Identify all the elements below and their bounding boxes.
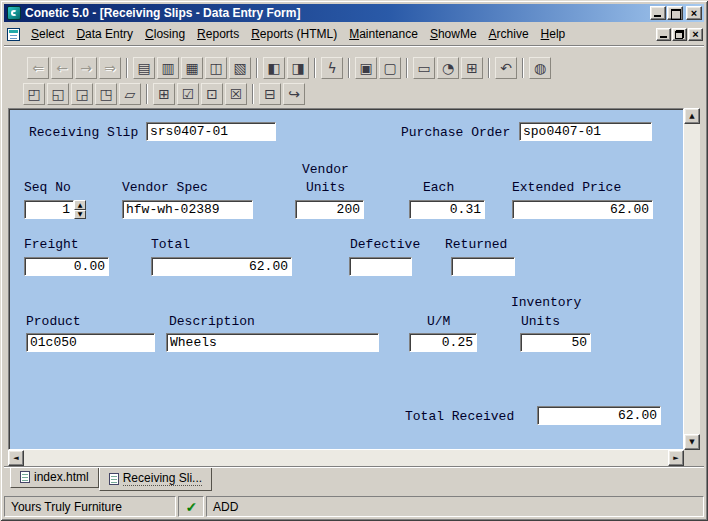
- um-field[interactable]: [409, 333, 477, 352]
- seq-no-field[interactable]: [24, 200, 74, 219]
- product-field[interactable]: [26, 333, 155, 352]
- undo-icon: ↶: [500, 61, 512, 75]
- inventory-units-field[interactable]: [520, 333, 591, 352]
- validate-record-button[interactable]: ☑: [177, 83, 199, 105]
- scroll-right-icon: ►: [673, 455, 678, 462]
- exit-form-button[interactable]: ↪: [283, 83, 305, 105]
- seq-no-up-button[interactable]: ▲: [74, 200, 86, 210]
- clear-record-button[interactable]: ▤: [133, 57, 155, 79]
- tab-receiving-slips[interactable]: Receiving Sli...: [99, 468, 212, 491]
- toolbar-row-1: ⇐←→⇒▤▥▦◫▧◧◨ϟ▣▢▭◔⊞↶◍: [26, 56, 552, 80]
- field-list-button[interactable]: ◍: [529, 57, 551, 79]
- exit-form-icon: ↪: [288, 87, 300, 101]
- validate-record-icon: ☑: [182, 87, 195, 101]
- document-icon[interactable]: [7, 28, 20, 41]
- app-icon: [7, 6, 21, 20]
- purchase-order-field[interactable]: [519, 122, 652, 141]
- copy-record-button[interactable]: ▦: [181, 57, 203, 79]
- each-field[interactable]: [409, 200, 485, 219]
- calculator-button[interactable]: ⊟: [259, 83, 281, 105]
- go-last-button: ⇒: [99, 57, 121, 79]
- scrollbar-corner: [684, 450, 700, 466]
- freight-field[interactable]: [24, 257, 109, 276]
- mdi-minimize-button[interactable]: [656, 28, 671, 41]
- vendor-units-label-line1: Vendor: [302, 162, 349, 177]
- status-check-panel: ✓: [178, 496, 204, 517]
- scroll-right-button[interactable]: ►: [668, 450, 684, 466]
- menu-data-entry[interactable]: Data Entry: [70, 25, 139, 44]
- delete-record-button[interactable]: ▧: [229, 57, 251, 79]
- extended-price-label: Extended Price: [512, 180, 621, 195]
- window-list-icon: ▭: [417, 61, 430, 75]
- mdi-close-icon: ×: [692, 29, 698, 40]
- browse-records-button[interactable]: ◲: [71, 83, 93, 105]
- add-record-button[interactable]: ◰: [23, 83, 45, 105]
- go-previous-icon: ←: [56, 61, 68, 75]
- window-list-button[interactable]: ▭: [413, 57, 435, 79]
- freight-label: Freight: [24, 237, 79, 252]
- close-button[interactable]: ×: [686, 6, 702, 20]
- scroll-down-button[interactable]: ▼: [684, 434, 700, 450]
- menu-select[interactable]: Select: [25, 25, 70, 44]
- description-field[interactable]: [166, 333, 379, 352]
- menu-showme[interactable]: ShowMe: [424, 25, 483, 44]
- tab-index-html[interactable]: index.html: [10, 468, 99, 488]
- menu-bar: SelectData EntryClosingReportsReports (H…: [4, 24, 704, 44]
- recall-record-icon: ▥: [161, 61, 174, 75]
- vendor-spec-label: Vendor Spec: [122, 180, 208, 195]
- horizontal-scrollbar[interactable]: ◄ ►: [8, 450, 684, 466]
- copy-button[interactable]: ▣: [355, 57, 377, 79]
- receiving-slip-field[interactable]: [146, 122, 276, 141]
- check-icon: ✓: [185, 499, 197, 515]
- mdi-close-button[interactable]: ×: [688, 28, 703, 41]
- quick-edit-button[interactable]: ϟ: [321, 57, 343, 79]
- inventory-units-label-line2: Units: [521, 314, 560, 329]
- vendor-units-field[interactable]: [295, 200, 364, 219]
- mdi-restore-button[interactable]: [672, 28, 687, 41]
- vertical-scrollbar[interactable]: ▲ ▼: [684, 108, 700, 450]
- title-bar: Conetic 5.0 - [Receiving Slips - Data En…: [4, 4, 704, 22]
- seq-no-down-button[interactable]: ▼: [74, 210, 86, 220]
- menu-help[interactable]: Help: [535, 25, 572, 44]
- vendor-spec-field[interactable]: [122, 200, 253, 219]
- vendor-units-label-line2: Units: [306, 180, 345, 195]
- close-icon: ×: [691, 8, 697, 19]
- seq-no-label: Seq No: [24, 180, 71, 195]
- time-stamp-button[interactable]: ◔: [437, 57, 459, 79]
- toolbar-separator: [252, 84, 254, 104]
- scroll-up-button[interactable]: ▲: [684, 108, 700, 124]
- menu-reports[interactable]: Reports: [191, 25, 245, 44]
- defective-label: Defective: [350, 237, 420, 252]
- total-received-label: Total Received: [405, 409, 514, 424]
- menu-maintenance[interactable]: Maintenance: [343, 25, 424, 44]
- print-screen-button[interactable]: ⊞: [461, 57, 483, 79]
- print-records-button[interactable]: ◳: [95, 83, 117, 105]
- edit-table-button[interactable]: ⊡: [201, 83, 223, 105]
- undo-button[interactable]: ↶: [495, 57, 517, 79]
- extended-price-field[interactable]: [512, 200, 653, 219]
- paste-button[interactable]: ▢: [379, 57, 401, 79]
- scroll-left-button[interactable]: ◄: [8, 450, 24, 466]
- total-received-field[interactable]: [537, 406, 661, 425]
- maximize-button[interactable]: [667, 6, 683, 20]
- update-record-button[interactable]: ◱: [47, 83, 69, 105]
- first-detail-button[interactable]: ◧: [263, 57, 285, 79]
- defective-field[interactable]: [349, 257, 412, 276]
- page-icon: [109, 473, 119, 485]
- toolbar-separator: [406, 58, 408, 78]
- notes-button[interactable]: ▱: [119, 83, 141, 105]
- tab-label: index.html: [34, 470, 89, 484]
- menu-reports-html[interactable]: Reports (HTML): [245, 25, 343, 44]
- save-record-button[interactable]: ◫: [205, 57, 227, 79]
- minimize-button[interactable]: [650, 6, 666, 20]
- go-next-icon: →: [80, 61, 92, 75]
- purge-record-button[interactable]: ☒: [225, 83, 247, 105]
- recall-record-button[interactable]: ▥: [157, 57, 179, 79]
- table-view-button[interactable]: ⊞: [153, 83, 175, 105]
- menu-closing[interactable]: Closing: [139, 25, 191, 44]
- menu-archive[interactable]: Archive: [483, 25, 535, 44]
- total-field[interactable]: [151, 257, 292, 276]
- returned-field[interactable]: [451, 257, 515, 276]
- scroll-up-icon: ▲: [689, 113, 694, 120]
- last-detail-button[interactable]: ◨: [287, 57, 309, 79]
